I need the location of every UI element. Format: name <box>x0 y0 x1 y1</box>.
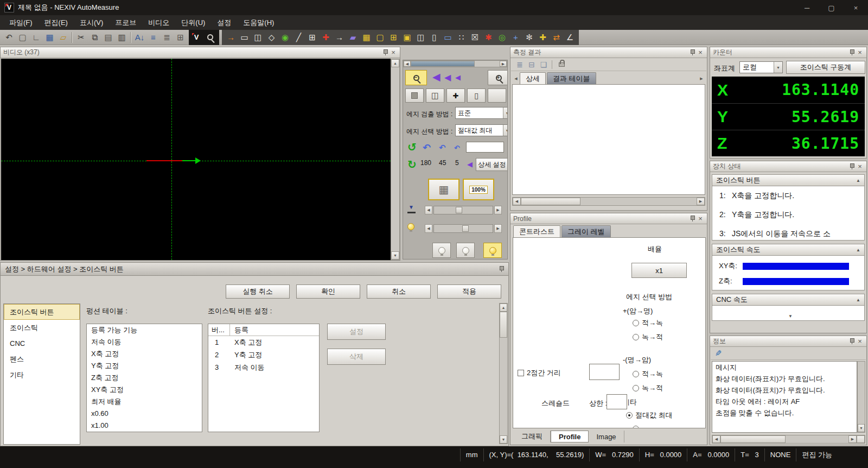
joystick-drive-button[interactable]: 조이스틱 구동계 <box>786 61 865 74</box>
pin-icon[interactable] <box>690 49 695 56</box>
rotate-ccw-icon[interactable] <box>407 141 417 154</box>
scroll-down-button[interactable] <box>500 435 507 444</box>
menu-item[interactable]: 표시(V) <box>74 15 109 30</box>
save-icon[interactable]: ▦ <box>43 31 56 44</box>
lamp-slider[interactable] <box>433 224 493 233</box>
distance-checkbox-row[interactable]: 2점간 거리 <box>518 368 561 378</box>
prev-medium-icon[interactable] <box>444 72 451 83</box>
ruler-icon[interactable]: ∟ <box>29 31 43 44</box>
tab-contrast[interactable]: 콘트라스트 <box>513 225 560 237</box>
scatter-icon[interactable]: ∷ <box>455 31 468 44</box>
new-document-icon[interactable]: ▢ <box>16 31 29 44</box>
undo-execute-button[interactable]: 실행 취소 <box>226 284 290 299</box>
delete-button[interactable]: 삭제 <box>327 349 386 365</box>
rect-blue-icon[interactable]: ▭ <box>441 31 455 44</box>
close-icon[interactable] <box>697 49 704 56</box>
scroll-right-button[interactable] <box>500 61 507 67</box>
lamp-slider-thumb[interactable] <box>462 225 469 232</box>
joystick-buttons-section-header[interactable]: 조이스틱 버튼 <box>712 174 865 186</box>
close-icon[interactable] <box>856 49 864 56</box>
gear-icon[interactable]: ✱ <box>482 31 495 44</box>
chart-icon[interactable]: ☒ <box>468 31 482 44</box>
width-measure-icon[interactable]: ◫ <box>251 31 265 44</box>
dropdown-arrow-icon[interactable] <box>503 107 508 118</box>
scroll-track[interactable] <box>580 198 697 205</box>
cell-box-icon[interactable]: ▢ <box>373 31 387 44</box>
pin-icon[interactable] <box>849 338 854 345</box>
scroll-track[interactable] <box>391 67 399 251</box>
swap-arrows-icon[interactable]: ⇄ <box>550 31 563 44</box>
focus-slider-right-button[interactable] <box>494 206 502 214</box>
target-icon[interactable]: ◎ <box>495 31 509 44</box>
function-item[interactable]: 등록 가능 기능 <box>87 324 202 336</box>
menu-item[interactable]: 단위(U) <box>175 15 211 30</box>
center-icon[interactable]: + <box>509 31 522 44</box>
light-ring-button[interactable] <box>456 243 475 258</box>
light-stage-button[interactable] <box>483 243 502 258</box>
undo-icon[interactable]: ↶ <box>2 31 16 44</box>
detail-settings-button[interactable]: 상세 설정 <box>476 158 508 171</box>
angle-icon[interactable]: ∠ <box>563 31 577 44</box>
grid-measure-icon[interactable]: ⊞ <box>305 31 319 44</box>
function-item[interactable]: 저속 이동 <box>87 336 202 348</box>
radio-plus-green-red[interactable]: 녹→적 <box>633 332 663 342</box>
threshold-input[interactable] <box>607 394 627 409</box>
assign-row[interactable]: 1 X축 고정 <box>208 336 319 349</box>
scroll-down-button[interactable] <box>858 424 865 432</box>
box-fill-icon[interactable]: ▰ <box>346 31 360 44</box>
cell-plus-icon[interactable]: ⊞ <box>387 31 400 44</box>
distance-input[interactable] <box>589 364 620 380</box>
scroll-track[interactable] <box>500 338 507 435</box>
bottom-tab-profile[interactable]: Profile <box>551 431 589 442</box>
angle-input[interactable] <box>466 142 504 153</box>
light-coax-button[interactable] <box>432 243 451 258</box>
menu-item[interactable]: 파일(F) <box>3 15 39 30</box>
function-item[interactable]: x0.60 <box>87 408 202 420</box>
close-icon[interactable] <box>856 163 864 170</box>
detail-list-icon[interactable]: ≣ <box>160 31 174 44</box>
trace-rect-icon[interactable]: ▭ <box>238 31 251 44</box>
scroll-left-button[interactable] <box>404 61 411 67</box>
scroll-right-button[interactable] <box>848 435 857 443</box>
focus-slider[interactable] <box>433 206 493 214</box>
tab-detail[interactable]: 상세 <box>520 72 546 84</box>
edge-detect-dropdown[interactable]: 표준 <box>455 107 508 119</box>
point-measure-icon[interactable]: ◉ <box>278 31 292 44</box>
zoom-in-button[interactable] <box>488 70 508 85</box>
close-button[interactable]: × <box>844 0 868 15</box>
plus-yellow-icon[interactable]: ✚ <box>536 31 550 44</box>
edge-select-dropdown[interactable]: 절대값 최대 <box>455 124 508 136</box>
crosshair-button[interactable] <box>446 88 465 103</box>
rotate-45-icon[interactable] <box>439 143 446 153</box>
dropdown-arrow-icon[interactable] <box>503 125 508 136</box>
arrow-measure-icon[interactable]: → <box>333 31 346 44</box>
measure-result-area[interactable] <box>512 84 705 195</box>
cell-frame-icon[interactable]: ▣ <box>400 31 414 44</box>
menu-item[interactable]: 도움말(H) <box>237 15 280 30</box>
scroll-thumb[interactable] <box>521 198 580 205</box>
circle-measure-icon[interactable]: ◇ <box>265 31 278 44</box>
ok-button[interactable]: 확인 <box>296 284 360 299</box>
focus-slider-thumb[interactable] <box>456 207 462 213</box>
close-icon[interactable] <box>697 215 704 223</box>
pane-icon[interactable]: ▯ <box>427 31 441 44</box>
set-button[interactable]: 설정 <box>327 324 386 340</box>
menu-item[interactable]: 설정 <box>211 15 237 30</box>
video-canvas[interactable] <box>1 59 391 260</box>
measure-hscroll[interactable] <box>512 197 705 206</box>
scroll-track[interactable] <box>858 362 865 424</box>
nav-item-cnc[interactable]: CNC <box>4 336 80 351</box>
scale-x1-button[interactable]: x1 <box>631 263 687 278</box>
scroll-right-button[interactable] <box>697 198 705 205</box>
focus-slider-left-button[interactable] <box>425 206 432 214</box>
function-item[interactable]: x1.00 <box>87 420 202 432</box>
info-vertical-scrollbar[interactable] <box>857 361 865 433</box>
prev-small-icon[interactable] <box>455 73 461 81</box>
scroll-up-button[interactable] <box>391 59 399 67</box>
cut-icon[interactable]: ✂ <box>74 31 88 44</box>
nav-item-joystick[interactable]: 조이스틱 <box>4 320 80 336</box>
pin-icon[interactable] <box>690 215 695 222</box>
lock-icon[interactable] <box>559 62 565 67</box>
tab-scroll-right[interactable] <box>698 73 705 84</box>
apply-button[interactable]: 적용 <box>437 284 501 299</box>
